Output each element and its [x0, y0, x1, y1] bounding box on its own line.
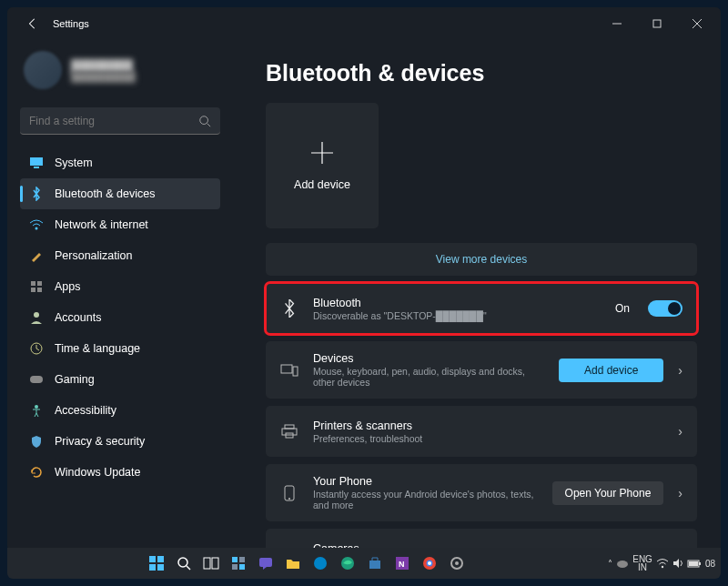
devices-card[interactable]: Devices Mouse, keyboard, pen, audio, dis… — [266, 341, 697, 399]
nav-windows-update[interactable]: Windows Update — [20, 457, 220, 488]
battery-tray-icon[interactable] — [687, 560, 702, 568]
update-icon — [29, 465, 44, 480]
printer-icon — [280, 424, 298, 439]
svg-rect-1 — [653, 20, 661, 27]
phone-desc: Instantly access your Android device's p… — [313, 489, 538, 510]
user-name: ████████ — [71, 59, 136, 72]
nav-bluetooth-devices[interactable]: Bluetooth & devices — [20, 178, 220, 209]
minimize-button[interactable] — [597, 10, 637, 37]
svg-rect-41 — [259, 558, 272, 567]
main-panel: Bluetooth & devices Add device View more… — [229, 40, 721, 551]
add-device-button[interactable]: Add device — [559, 359, 663, 382]
phone-title: Your Phone — [313, 475, 538, 488]
bluetooth-icon — [280, 299, 298, 318]
svg-text:N: N — [399, 560, 405, 569]
your-phone-card[interactable]: Your Phone Instantly access your Android… — [266, 464, 697, 521]
svg-line-5 — [207, 123, 211, 126]
window-title: Settings — [53, 18, 89, 29]
widgets[interactable] — [226, 551, 251, 576]
chrome-icon[interactable] — [417, 551, 442, 576]
nav-accounts[interactable]: Accounts — [20, 302, 220, 333]
display-icon — [29, 156, 44, 170]
add-device-tile[interactable]: Add device — [266, 103, 379, 228]
search-icon — [198, 115, 211, 127]
svg-rect-9 — [31, 281, 35, 286]
svg-point-52 — [617, 561, 628, 568]
nav-privacy[interactable]: Privacy & security — [20, 426, 220, 457]
task-view[interactable] — [198, 551, 224, 576]
lang-label-2: IN — [632, 563, 652, 571]
search-input[interactable] — [29, 115, 198, 127]
svg-line-34 — [187, 566, 190, 570]
clock-icon — [29, 341, 44, 356]
nav-network[interactable]: Network & internet — [20, 209, 220, 240]
close-button[interactable] — [677, 10, 717, 37]
printers-desc: Preferences, troubleshoot — [313, 433, 663, 444]
devices-desc: Mouse, keyboard, pen, audio, displays an… — [313, 366, 544, 388]
search-box[interactable] — [20, 107, 220, 135]
nav-system[interactable]: System — [20, 147, 220, 178]
person-icon — [29, 310, 44, 325]
nav-gaming[interactable]: Gaming — [20, 364, 220, 395]
dell-icon[interactable] — [308, 551, 333, 576]
svg-rect-37 — [232, 557, 238, 562]
svg-rect-35 — [204, 558, 210, 569]
view-more-devices[interactable]: View more devices — [266, 243, 697, 276]
printers-title: Printers & scanners — [313, 419, 663, 432]
onedrive-icon[interactable] — [616, 559, 629, 568]
user-email: ██████████ — [71, 72, 136, 82]
nav-personalization[interactable]: Personalization — [20, 240, 220, 271]
tray-chevron-icon[interactable]: ˄ — [608, 559, 612, 569]
bluetooth-desc: Discoverable as "DESKTOP-███████" — [313, 310, 601, 321]
open-your-phone-button[interactable]: Open Your Phone — [552, 481, 664, 505]
printers-card[interactable]: Printers & scanners Preferences, trouble… — [266, 406, 697, 457]
svg-point-53 — [662, 565, 663, 567]
svg-rect-55 — [699, 562, 701, 565]
chat-icon[interactable] — [253, 551, 278, 576]
settings-taskbar[interactable] — [444, 551, 470, 576]
accessibility-icon — [29, 403, 44, 418]
avatar — [24, 51, 62, 89]
system-tray[interactable]: ˄ ENG IN 08 — [608, 555, 721, 571]
clock-tray[interactable]: 08 — [705, 559, 715, 569]
devices-icon — [280, 363, 298, 378]
titlebar: Settings — [7, 7, 721, 40]
user-account[interactable]: ████████ ██████████ — [20, 45, 220, 102]
svg-rect-56 — [689, 561, 698, 566]
svg-rect-11 — [31, 288, 35, 292]
file-explorer[interactable] — [280, 551, 306, 576]
bluetooth-toggle[interactable] — [648, 300, 682, 317]
bluetooth-title: Bluetooth — [313, 297, 601, 309]
svg-rect-29 — [149, 556, 156, 562]
maximize-button[interactable] — [637, 10, 677, 37]
nav-accessibility[interactable]: Accessibility — [20, 395, 220, 426]
store-icon[interactable] — [362, 551, 388, 576]
nav-list: System Bluetooth & devices Network & int… — [20, 147, 220, 488]
search-taskbar[interactable] — [171, 551, 197, 576]
svg-point-8 — [35, 227, 38, 230]
nav-time-language[interactable]: Time & language — [20, 333, 220, 364]
edge-icon[interactable] — [335, 551, 360, 576]
toggle-state-label: On — [615, 302, 630, 315]
svg-point-51 — [455, 561, 459, 565]
start-button[interactable] — [144, 551, 169, 576]
plus-icon — [309, 140, 335, 166]
bluetooth-card: Bluetooth Discoverable as "DESKTOP-█████… — [266, 283, 697, 334]
grid-icon — [29, 279, 44, 294]
chevron-right-icon: › — [678, 486, 682, 500]
onenote-icon[interactable]: N — [389, 551, 415, 576]
nav-apps[interactable]: Apps — [20, 271, 220, 302]
svg-rect-19 — [281, 365, 292, 373]
svg-rect-38 — [239, 557, 245, 562]
volume-tray-icon[interactable] — [672, 558, 683, 569]
wifi-tray-icon[interactable] — [656, 559, 669, 569]
gamepad-icon — [29, 372, 44, 387]
svg-rect-6 — [30, 157, 43, 166]
back-button[interactable] — [18, 17, 47, 30]
svg-rect-32 — [157, 564, 164, 571]
svg-rect-20 — [293, 367, 298, 376]
svg-rect-40 — [239, 564, 245, 570]
svg-rect-10 — [37, 281, 42, 286]
svg-point-42 — [314, 557, 327, 570]
page-title: Bluetooth & devices — [266, 60, 697, 86]
